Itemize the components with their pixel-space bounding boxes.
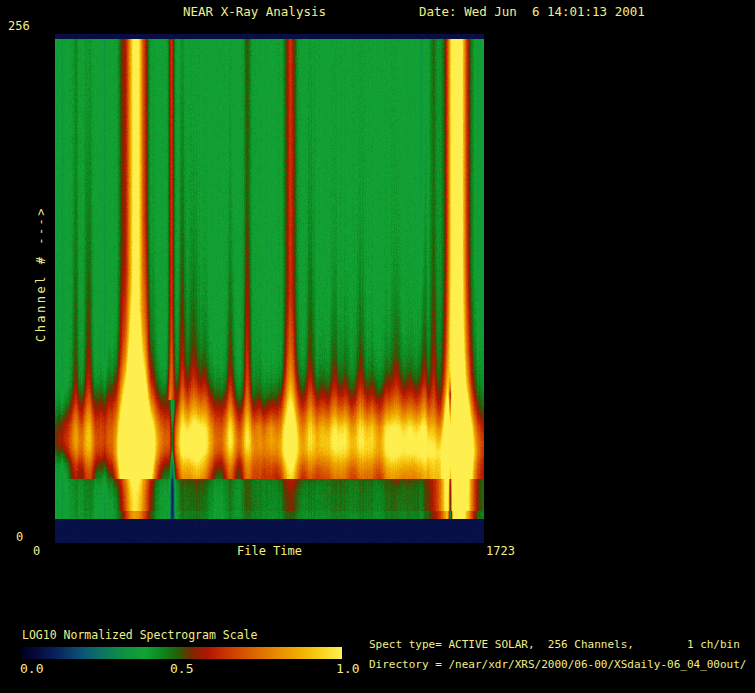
near-xray-analysis-window: NEAR X-Ray Analysis Date: Wed Jun 6 14:0… <box>0 0 755 693</box>
y-axis-title: Channel # ---> <box>35 206 48 342</box>
spectrogram-image <box>55 34 484 543</box>
colorbar-title: LOG10 Normalized Spectrogram Scale <box>22 629 257 642</box>
colorbar-tick-min: 0.0 <box>20 662 43 676</box>
colorbar-gradient <box>22 647 342 659</box>
y-axis-max-label: 256 <box>8 20 30 33</box>
x-axis-max-label: 1723 <box>486 545 515 558</box>
header-date: Date: Wed Jun 6 14:01:13 2001 <box>419 5 645 19</box>
spect-type-info: Spect type= ACTIVE SOLAR, 256 Channels, … <box>369 639 740 651</box>
x-axis-title: File Time <box>55 545 484 558</box>
page-title: NEAR X-Ray Analysis <box>183 5 326 19</box>
colorbar-tick-max: 1.0 <box>336 662 359 676</box>
colorbar-tick-mid: 0.5 <box>170 662 193 676</box>
directory-info: Directory = /near/xdr/XRS/2000/06-00/XSd… <box>369 659 747 671</box>
y-axis-min-label: 0 <box>16 531 23 544</box>
x-axis-min-label: 0 <box>33 545 40 558</box>
